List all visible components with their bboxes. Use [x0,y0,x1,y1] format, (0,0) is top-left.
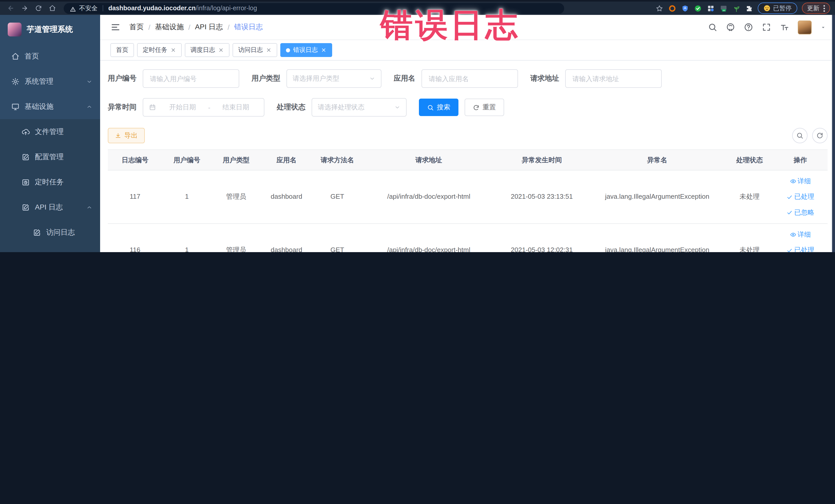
close-icon[interactable] [266,47,271,53]
app-name-input[interactable] [428,74,512,83]
gear-icon [11,77,20,85]
header-search-button[interactable] [708,23,717,32]
action-detail-link[interactable]: 详细 [790,176,811,186]
sidebar-item-access-log[interactable]: 访问日志 [0,220,100,245]
hamburger-icon[interactable] [110,22,121,32]
home-button[interactable] [48,4,57,13]
green-check-extension-icon[interactable] [694,4,702,12]
font-size-button[interactable] [780,23,789,32]
select-placeholder: 请选择处理状态 [318,103,365,112]
exception-time-daterange[interactable]: 开始日期-结束日期 [143,98,264,117]
search-button[interactable]: 搜索 [419,99,459,116]
export-button[interactable]: 导出 [108,128,145,143]
sidebar-item-infrastructure[interactable]: 基础设施 [0,94,100,119]
svg-text:on: on [723,9,725,11]
filter-label: 请求地址 [530,74,559,83]
action-ignored-link[interactable]: 已忽略 [787,208,814,218]
sidebar-item-system-mgmt[interactable]: 系统管理 [0,69,100,94]
column-header: 操作 [773,155,828,165]
filter-label: 应用名 [394,74,415,83]
logo-image [8,22,22,36]
sidebar-item-label: 首页 [25,52,39,61]
close-icon[interactable] [218,47,224,53]
profile-paused-chip[interactable]: 已暂停 [758,3,797,14]
user-id-input[interactable] [149,74,233,83]
sprout-icon[interactable] [733,4,740,12]
sidebar-item-file-mgmt[interactable]: 文件管理 [0,119,100,144]
forward-icon [21,5,28,12]
request-url-input[interactable] [571,74,656,83]
tab-schedule-log[interactable]: 调度日志 [185,43,229,57]
user-type-select[interactable]: 请选择用户类型 [286,69,382,88]
cell-app: dashboard [261,245,312,252]
help-button[interactable] [744,23,753,32]
tab-label: 错误日志 [293,46,318,55]
breadcrumb-item[interactable]: 基础设施 [155,23,184,32]
sidebar-item-label: 系统管理 [25,77,54,86]
sidebar-item-error-log[interactable]: 错误日志 [0,245,100,252]
sidebar-item-label: 配置管理 [35,152,64,161]
tab-label: 访问日志 [238,46,263,55]
browser-toolbar-right: on 已暂停 更新 [656,3,830,14]
action-done-link[interactable]: 已处理 [787,245,814,252]
home-icon [11,52,20,60]
cell-id: 117 [108,192,162,202]
cell-status: 未处理 [726,192,773,202]
chevron-down-icon[interactable] [820,24,826,30]
refresh-button[interactable] [812,128,828,143]
action-done-link[interactable]: 已处理 [787,192,814,202]
tab-label: 调度日志 [190,46,215,55]
close-icon[interactable] [321,47,326,53]
breadcrumb-item[interactable]: API 日志 [195,23,223,32]
sidebar-item-home[interactable]: 首页 [0,44,100,69]
browser-menu-kebab-icon[interactable] [823,5,825,12]
cell-url: /api/infra/db-doc/export-html [363,192,495,202]
shield-icon[interactable] [681,4,689,12]
fullscreen-button[interactable] [762,23,771,32]
tab-home[interactable]: 首页 [110,43,134,57]
breadcrumb-item[interactable]: 首页 [129,23,144,32]
search-icon [708,23,717,32]
chevron-down-icon [86,78,93,84]
action-detail-link[interactable]: 详细 [790,230,811,240]
extensions-puzzle-icon[interactable] [746,4,753,12]
column-header: 处理状态 [726,155,773,165]
sidebar-item-label: 访问日志 [46,228,75,237]
filter-exception-time: 异常时间开始日期-结束日期 [108,98,264,117]
breadcrumb-separator: / [228,23,230,31]
sidebar-item-api-log[interactable]: API 日志 [0,195,100,220]
switch-on-icon[interactable]: on [720,4,728,12]
tab-scheduled-jobs[interactable]: 定时任务 [137,43,182,57]
sidebar-item-scheduled-jobs[interactable]: 定时任务 [0,169,100,195]
sidebar-item-config-mgmt[interactable]: 配置管理 [0,144,100,169]
bookmark-star-icon[interactable] [656,4,663,12]
navbar-actions [708,20,826,34]
cell-method: GET [312,192,363,202]
active-tab-dot [286,48,290,52]
process-status-select[interactable]: 请选择处理状态 [312,98,407,117]
eye-icon [790,178,796,184]
user-avatar[interactable] [798,20,812,34]
request-url-field [565,69,662,88]
back-button[interactable] [6,4,15,13]
column-header: 异常名 [589,155,726,165]
apps-grid-icon[interactable] [707,4,715,12]
edit-square-icon [22,203,30,211]
filter-row-1: 用户编号用户类型请选择用户类型应用名请求地址 [108,69,828,88]
address-bar[interactable]: 不安全 dashboard.yudao.iocoder.cn/infra/log… [64,3,564,14]
reload-button[interactable] [34,4,43,13]
app-logo[interactable]: 芋道管理系统 [0,15,100,44]
reset-button[interactable]: 重置 [465,99,504,116]
adblock-ring-icon[interactable] [668,4,676,12]
close-icon[interactable] [170,47,176,53]
github-button[interactable] [726,23,735,32]
page-scrollbar[interactable] [832,15,835,252]
tab-error-log[interactable]: 错误日志 [280,43,332,57]
search-toggle-button[interactable] [792,128,808,143]
forward-button[interactable] [20,4,29,13]
tab-label: 定时任务 [143,46,167,55]
tab-access-log[interactable]: 访问日志 [232,43,277,57]
browser-update-button[interactable]: 更新 [802,3,830,14]
help-circle-icon [744,23,753,32]
cell-time: 2021-05-03 23:13:51 [495,192,589,202]
